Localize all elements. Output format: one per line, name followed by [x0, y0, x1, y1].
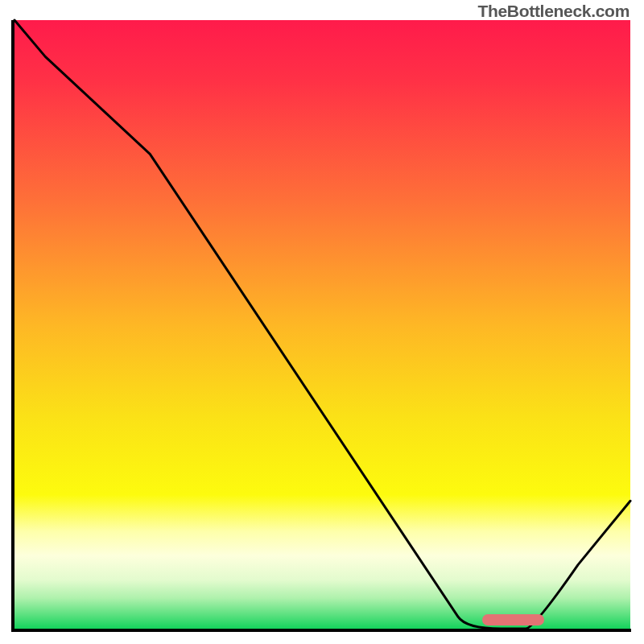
bottleneck-chart: TheBottleneck.com — [0, 0, 644, 644]
watermark-label: TheBottleneck.com — [477, 2, 630, 21]
chart-axes — [11, 20, 631, 632]
